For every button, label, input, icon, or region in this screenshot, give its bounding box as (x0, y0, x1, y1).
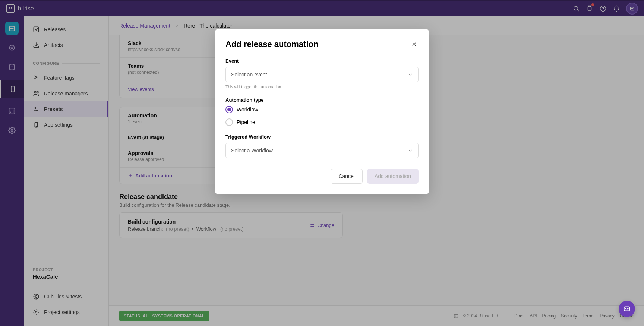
event-select-value: Select an event (231, 72, 267, 77)
triggered-workflow-label: Triggered Workflow (225, 134, 419, 140)
radio-workflow-label: Workflow (237, 107, 258, 113)
cancel-button[interactable]: Cancel (331, 169, 363, 184)
svg-point-41 (628, 308, 628, 309)
chevron-down-icon (408, 72, 413, 77)
svg-rect-39 (624, 307, 630, 311)
radio-pipeline[interactable]: Pipeline (225, 118, 419, 126)
chat-fab[interactable] (619, 301, 635, 317)
close-icon[interactable] (410, 40, 419, 49)
workflow-select[interactable]: Select a Workflow (225, 143, 419, 158)
radio-pipeline-label: Pipeline (237, 119, 255, 125)
add-automation-modal: Add release automation Event Select an e… (215, 29, 429, 194)
radio-circle-icon (225, 118, 233, 126)
event-label: Event (225, 58, 419, 64)
event-helper: This will trigger the automation. (225, 85, 419, 89)
workflow-select-value: Select a Workflow (231, 148, 273, 153)
svg-point-40 (625, 308, 626, 309)
radio-workflow[interactable]: Workflow (225, 106, 419, 113)
event-select[interactable]: Select an event (225, 67, 419, 82)
radio-circle-icon (225, 106, 233, 113)
modal-title: Add release automation (225, 39, 318, 49)
automation-type-label: Automation type (225, 97, 419, 103)
submit-button[interactable]: Add automation (367, 169, 419, 184)
chevron-down-icon (408, 148, 413, 153)
modal-overlay[interactable]: Add release automation Event Select an e… (0, 0, 644, 326)
